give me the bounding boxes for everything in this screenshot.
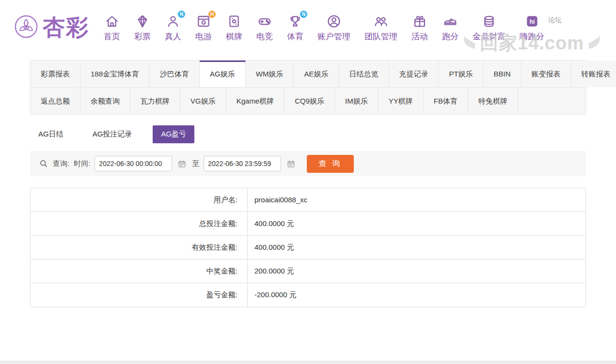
report-tab[interactable]: 充提记录: [389, 61, 439, 87]
bottom-strip: [0, 361, 616, 364]
nav-item-2[interactable]: N真人: [165, 13, 181, 42]
search-bar: 查询: 时间: 至 查 询: [30, 151, 586, 176]
start-calendar-icon[interactable]: [177, 159, 187, 168]
sub-tab[interactable]: AG日结: [30, 125, 72, 143]
watermark-wing-right-icon: [586, 33, 606, 54]
nav-item-12[interactable]: hi嗨跑分论坛: [520, 13, 544, 42]
nav-label: 活动: [411, 31, 428, 42]
nav-label: 首页: [104, 31, 120, 42]
report-tabs-row-1: 彩票报表188金宝博体育沙巴体育AG娱乐WM娱乐AE娱乐日结总览充提记录PT娱乐…: [31, 61, 585, 88]
page: 杏彩 首页彩票N真人H电游棋牌电竞N体育账户管理团队管理活动跑分金鼎财富hi嗨跑…: [0, 0, 616, 364]
sub-tab[interactable]: AG盈亏: [153, 125, 194, 143]
report-tab[interactable]: IM娱乐: [335, 88, 379, 114]
paofen-icon: [442, 13, 458, 30]
nav-badge: H: [208, 11, 216, 18]
start-time-input[interactable]: [99, 160, 168, 167]
report-tab[interactable]: WM娱乐: [246, 61, 294, 87]
egame-icon: H: [196, 13, 211, 30]
table-row: 有效投注金额:400.0000 元: [31, 236, 585, 259]
logo-flower-icon: [14, 14, 39, 41]
nav-label: 真人: [165, 31, 181, 42]
nav-label: 彩票: [134, 31, 151, 42]
team-icon: [373, 13, 389, 30]
report-tab[interactable]: PT娱乐: [439, 61, 483, 87]
row-label: 盈亏金额:: [31, 283, 248, 307]
logo-text: 杏彩: [43, 13, 89, 43]
nav-badge: N: [178, 11, 185, 18]
nav-badge: N: [300, 11, 307, 18]
report-tab[interactable]: CQ9娱乐: [284, 88, 335, 114]
nav-label: 电游: [195, 31, 212, 42]
row-label: 有效投注金额:: [31, 236, 248, 259]
activity-icon: [412, 13, 427, 30]
hi-icon: hi: [524, 13, 540, 30]
nav-label: 体育: [287, 31, 303, 42]
end-time-input[interactable]: [208, 160, 277, 167]
report-tab[interactable]: 特兔棋牌: [468, 88, 518, 114]
report-tab[interactable]: 彩票报表: [31, 61, 80, 87]
report-tab[interactable]: YY棋牌: [379, 88, 424, 114]
nav-item-4[interactable]: 棋牌: [226, 13, 242, 42]
search-icon: [39, 159, 48, 168]
svg-text:hi: hi: [529, 18, 535, 25]
table-row: 总投注金额:400.0000 元: [31, 212, 585, 236]
home-icon: [104, 13, 120, 30]
live-icon: N: [165, 13, 181, 30]
nav-label: 嗨跑分: [520, 31, 544, 42]
report-tab[interactable]: 账变报表: [521, 61, 571, 87]
sports-icon: N: [287, 13, 303, 30]
site-logo[interactable]: 杏彩: [14, 13, 89, 43]
report-tab[interactable]: 188金宝博体育: [80, 61, 150, 87]
nav-item-8[interactable]: 团队管理: [364, 13, 397, 42]
report-tab[interactable]: 返点总额: [31, 88, 80, 114]
lottery-icon: [135, 13, 150, 30]
chess-icon: [226, 13, 242, 30]
report-table: 用户名:proaicai0088_xc总投注金额:400.0000 元有效投注金…: [30, 188, 586, 307]
main-nav: 首页彩票N真人H电游棋牌电竞N体育账户管理团队管理活动跑分金鼎财富hi嗨跑分论坛: [104, 13, 544, 42]
report-tab[interactable]: 转账报表: [571, 61, 616, 87]
report-tab[interactable]: Kgame棋牌: [226, 88, 285, 114]
table-row: 用户名:proaicai0088_xc: [31, 188, 585, 212]
row-value: 400.0000 元: [248, 236, 294, 259]
report-tab[interactable]: AG娱乐: [200, 61, 246, 87]
time-label: 时间:: [74, 159, 90, 168]
nav-item-0[interactable]: 首页: [104, 13, 120, 42]
report-tab[interactable]: 瓦力棋牌: [130, 88, 180, 114]
nav-label: 跑分: [442, 31, 458, 42]
report-tab[interactable]: AE娱乐: [294, 61, 339, 87]
nav-item-6[interactable]: N体育: [287, 13, 303, 42]
report-tab[interactable]: FB体育: [424, 88, 468, 114]
end-time-input-box: [204, 156, 281, 171]
row-value: 200.0000 元: [248, 259, 294, 283]
nav-item-5[interactable]: 电竞: [256, 13, 273, 42]
report-tab[interactable]: 日结总览: [339, 61, 389, 87]
report-tab[interactable]: 沙巴体育: [150, 61, 200, 87]
nav-item-3[interactable]: H电游: [195, 13, 212, 42]
nav-item-1[interactable]: 彩票: [134, 13, 151, 42]
table-row: 中奖金额:200.0000 元: [31, 259, 585, 283]
row-value: 400.0000 元: [248, 212, 294, 235]
end-calendar-icon[interactable]: [286, 159, 296, 168]
report-tabs: 彩票报表188金宝博体育沙巴体育AG娱乐WM娱乐AE娱乐日结总览充提记录PT娱乐…: [30, 60, 586, 115]
nav-item-11[interactable]: 金鼎财富: [473, 13, 505, 42]
nav-label: 账户管理: [317, 31, 350, 42]
nav-label: 金鼎财富: [473, 31, 505, 42]
nav-item-10[interactable]: 跑分: [442, 13, 458, 42]
account-icon: [326, 13, 342, 30]
search-button[interactable]: 查 询: [307, 155, 353, 173]
report-tab[interactable]: VG娱乐: [180, 88, 226, 114]
table-row: 盈亏金额:-200.0000 元: [31, 283, 585, 307]
start-time-input-box: [95, 156, 172, 171]
row-label: 中奖金额:: [31, 259, 248, 283]
sub-tab[interactable]: AG投注记录: [84, 125, 141, 143]
nav-suffix-label: 论坛: [548, 16, 562, 25]
site-header: 杏彩 首页彩票N真人H电游棋牌电竞N体育账户管理团队管理活动跑分金鼎财富hi嗨跑…: [0, 0, 616, 51]
report-tab[interactable]: 余额查询: [80, 88, 130, 114]
report-tab[interactable]: BBIN: [484, 61, 521, 87]
nav-item-7[interactable]: 账户管理: [317, 13, 350, 42]
esport-icon: [257, 13, 272, 30]
row-label: 用户名:: [31, 188, 248, 212]
row-value: proaicai0088_xc: [248, 188, 307, 212]
nav-item-9[interactable]: 活动: [411, 13, 428, 42]
report-tabs-row-2: 返点总额余额查询瓦力棋牌VG娱乐Kgame棋牌CQ9娱乐IM娱乐YY棋牌FB体育…: [31, 88, 585, 114]
